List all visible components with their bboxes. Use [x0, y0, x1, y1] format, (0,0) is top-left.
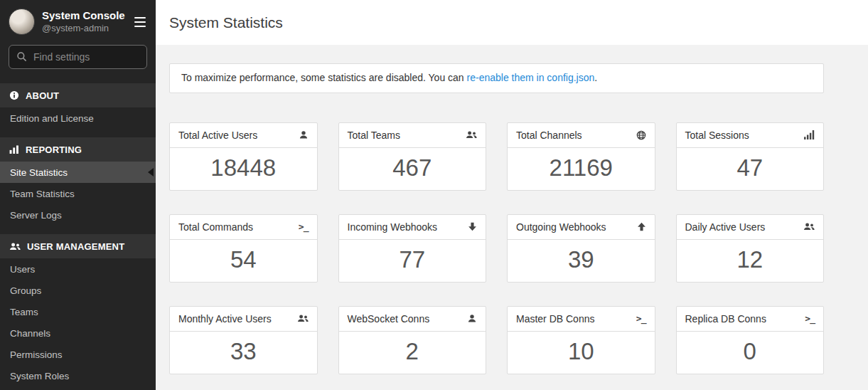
section-label: ABOUT [26, 90, 59, 101]
stat-value: 10 [508, 332, 655, 374]
console-username: @system-admin [42, 23, 133, 35]
stat-card-monthly-active-users: Monthly Active Users 33 [169, 306, 318, 374]
section-header-user-management: USER MANAGEMENT [0, 234, 156, 258]
stat-card-total-active-users: Total Active Users 18448 [169, 122, 318, 191]
users-icon [466, 130, 477, 139]
main-area: System Statistics To maximize performanc… [156, 0, 868, 390]
stat-value: 54 [170, 240, 317, 282]
sidebar-item-edition-and-license[interactable]: Edition and License [0, 107, 156, 129]
stat-card-incoming-webhooks: Incoming Webhooks 77 [338, 214, 487, 283]
nav-item-label: Edition and License [10, 113, 94, 124]
stat-card-daily-active-users: Daily Active Users 12 [676, 214, 825, 283]
banner-text-end: . [594, 72, 597, 83]
main-header: System Statistics [156, 0, 868, 45]
settings-search [9, 45, 147, 69]
page-title: System Statistics [169, 14, 283, 31]
stat-value: 467 [339, 148, 486, 190]
stat-value: 2 [339, 332, 486, 374]
terminal-icon: >_ [299, 221, 309, 232]
stat-value: 21169 [508, 148, 655, 190]
stat-label: Total Teams [348, 130, 400, 141]
user-icon [299, 130, 309, 140]
stat-label: Daily Active Users [685, 221, 766, 233]
nav-section-user-management: USER MANAGEMENT Users Groups Teams Chann… [0, 230, 156, 386]
stat-value: 77 [339, 240, 486, 282]
info-icon [9, 90, 19, 100]
nav-item-label: Groups [10, 285, 41, 296]
users-icon [803, 222, 815, 231]
sidebar-item-site-statistics[interactable]: Site Statistics [0, 162, 156, 183]
nav-item-label: Channels [10, 328, 50, 339]
stat-label: WebSocket Conns [348, 313, 430, 325]
section-header-about: ABOUT [0, 83, 156, 107]
nav-item-label: Permissions [10, 349, 63, 360]
stat-label: Total Sessions [685, 130, 749, 141]
nav-item-label: Site Statistics [10, 167, 68, 178]
nav-item-label: Server Logs [10, 210, 62, 221]
globe-icon [636, 130, 646, 140]
signal-bars-icon [804, 130, 815, 139]
sidebar-header[interactable]: System Console @system-admin [0, 0, 156, 42]
stat-label: Monthly Active Users [178, 313, 272, 325]
banner-text: To maximize performance, some statistics… [181, 72, 467, 83]
stat-card-total-commands: Total Commands >_ 54 [169, 214, 318, 283]
stat-label: Incoming Webhooks [348, 221, 438, 233]
stat-value: 47 [677, 148, 824, 190]
hamburger-menu-icon[interactable] [133, 13, 147, 31]
config-json-link[interactable]: re-enable them in config.json [467, 72, 595, 83]
nav-item-label: Users [10, 264, 35, 275]
stat-card-outgoing-webhooks: Outgoing Webhooks 39 [507, 214, 655, 283]
nav-section-reporting: REPORTING Site Statistics Team Statistic… [0, 133, 156, 226]
stat-value: 33 [170, 332, 317, 374]
stat-card-total-teams: Total Teams 467 [338, 122, 487, 191]
sidebar-item-team-statistics[interactable]: Team Statistics [0, 183, 156, 204]
stat-value: 12 [677, 240, 824, 282]
sidebar-item-system-roles[interactable]: System Roles [0, 365, 156, 386]
users-icon [9, 242, 21, 251]
sidebar-header-text: System Console @system-admin [42, 9, 133, 35]
arrow-up-icon [637, 222, 646, 231]
sidebar-item-teams[interactable]: Teams [0, 301, 156, 322]
section-header-reporting: REPORTING [0, 137, 156, 162]
active-item-arrow [148, 168, 154, 176]
stat-card-replica-db-conns: Replica DB Conns >_ 0 [676, 306, 825, 374]
nav-item-label: Teams [10, 307, 38, 317]
stat-card-websocket-conns: WebSocket Conns 2 [338, 306, 487, 374]
bar-chart-icon [9, 145, 19, 154]
content: To maximize performance, some statistics… [156, 45, 868, 374]
sidebar-item-permissions[interactable]: Permissions [0, 344, 156, 365]
search-input[interactable] [9, 45, 147, 69]
arrow-down-icon [468, 222, 477, 231]
sidebar-item-channels[interactable]: Channels [0, 322, 156, 344]
terminal-icon: >_ [805, 313, 815, 324]
section-label: USER MANAGEMENT [27, 241, 124, 252]
nav-item-label: Team Statistics [10, 189, 75, 199]
avatar [9, 9, 35, 35]
stats-grid: Total Active Users 18448 Total Teams [169, 122, 824, 374]
stat-value: 0 [677, 332, 824, 374]
users-icon [297, 314, 309, 323]
performance-banner: To maximize performance, some statistics… [169, 63, 824, 93]
stat-value: 18448 [170, 148, 317, 190]
sidebar-item-groups[interactable]: Groups [0, 280, 156, 301]
stat-card-total-channels: Total Channels 21169 [507, 122, 655, 191]
stat-label: Replica DB Conns [685, 313, 766, 325]
console-title: System Console [42, 9, 133, 23]
stat-value: 39 [508, 240, 655, 282]
stat-card-master-db-conns: Master DB Conns >_ 10 [507, 306, 655, 374]
sidebar: System Console @system-admin ABOUT [0, 0, 156, 390]
stat-label: Master DB Conns [516, 313, 594, 325]
stat-label: Outgoing Webhooks [516, 221, 606, 233]
terminal-icon: >_ [636, 313, 646, 324]
stat-label: Total Active Users [178, 130, 257, 141]
nav-item-label: System Roles [10, 371, 69, 381]
section-label: REPORTING [26, 144, 82, 155]
sidebar-item-server-logs[interactable]: Server Logs [0, 204, 156, 226]
stat-label: Total Commands [178, 221, 253, 233]
nav-section-about: ABOUT Edition and License [0, 79, 156, 129]
stat-label: Total Channels [516, 130, 582, 141]
user-icon [467, 314, 477, 324]
stat-card-total-sessions: Total Sessions 47 [676, 122, 825, 191]
sidebar-item-users[interactable]: Users [0, 258, 156, 280]
